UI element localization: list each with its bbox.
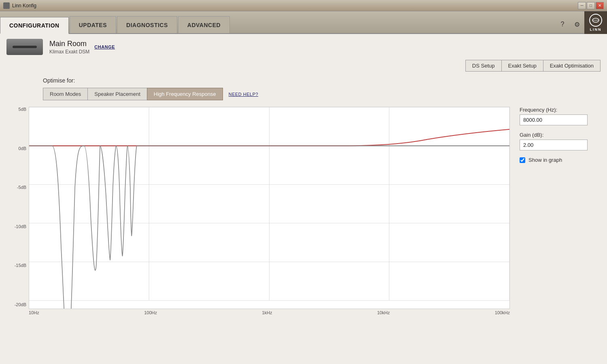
device-header: Main Room Klimax Exakt DSM CHANGE [6, 39, 601, 55]
tab-advanced[interactable]: ADVANCED [178, 16, 230, 33]
show-in-graph-label: Show in graph [528, 157, 562, 163]
help-icon-button[interactable]: ? [557, 19, 568, 30]
frequency-chart[interactable] [29, 107, 510, 309]
show-graph-row: Show in graph [520, 157, 601, 163]
maximize-button[interactable]: □ [587, 2, 595, 9]
close-button[interactable]: ✕ [596, 2, 604, 9]
window-title: Linn Konfig [12, 3, 577, 8]
chart-inner: 10Hz 100Hz 1kHz 10kHz 100kHz [29, 107, 510, 315]
tab-diagnostics[interactable]: DIAGNOSTICS [117, 16, 177, 33]
minimize-button[interactable]: ─ [578, 2, 586, 9]
frequency-label: Frequency (Hz): [520, 107, 601, 113]
change-link[interactable]: CHANGE [94, 44, 115, 49]
app-icon [3, 2, 10, 9]
mode-tabs: Room Modes Speaker Placement High Freque… [43, 88, 601, 100]
mode-tab-room-modes[interactable]: Room Modes [43, 88, 87, 100]
sub-tab-ds-setup[interactable]: DS Setup [465, 60, 502, 72]
sub-nav: DS Setup Exakt Setup Exakt Optimisation [6, 60, 601, 72]
frequency-field-group: Frequency (Hz): [520, 107, 601, 125]
y-label-neg10db: -10dB [15, 224, 26, 229]
mode-tab-high-frequency[interactable]: High Frequency Response [147, 88, 223, 100]
device-model: Klimax Exakt DSM [49, 49, 89, 55]
device-icon [6, 39, 43, 55]
y-label-neg5db: -5dB [17, 185, 26, 190]
y-label-0db: 0dB [18, 146, 26, 151]
device-name: Main Room [49, 40, 89, 48]
mode-tab-speaker-placement[interactable]: Speaker Placement [87, 88, 146, 100]
sub-tab-exakt-optimisation[interactable]: Exakt Optimisation [543, 60, 601, 72]
gain-field-group: Gain (dB): [520, 132, 601, 150]
chart-wrapper: 5dB 0dB -5dB -10dB -15dB -20dB [6, 107, 510, 315]
y-label-5db: 5dB [18, 107, 26, 112]
y-label-neg15db: -15dB [15, 263, 26, 268]
y-axis-labels: 5dB 0dB -5dB -10dB -15dB -20dB [6, 107, 29, 307]
gain-label: Gain (dB): [520, 132, 601, 138]
need-help-link[interactable]: NEED HELP? [229, 92, 258, 97]
linn-text: LINN [590, 28, 602, 32]
x-label-100khz: 100kHz [495, 310, 510, 315]
nav-bar: CONFIGURATION UPDATES DIAGNOSTICS ADVANC… [0, 11, 607, 34]
tab-configuration[interactable]: CONFIGURATION [0, 17, 69, 34]
frequency-input[interactable] [520, 114, 588, 125]
content-area: Main Room Klimax Exakt DSM CHANGE DS Set… [0, 34, 607, 320]
x-label-100hz: 100Hz [144, 310, 157, 315]
right-panel: Frequency (Hz): Gain (dB): Show in graph [520, 107, 601, 315]
y-label-neg20db: -20dB [15, 302, 26, 307]
title-bar: Linn Konfig ─ □ ✕ [0, 0, 607, 11]
x-axis-labels: 10Hz 100Hz 1kHz 10kHz 100kHz [29, 309, 510, 315]
gain-input[interactable] [520, 140, 588, 150]
nav-icon-group: ? ⚙ [557, 19, 583, 30]
show-in-graph-checkbox[interactable] [520, 157, 525, 163]
tab-updates[interactable]: UPDATES [70, 16, 116, 33]
chart-container: 5dB 0dB -5dB -10dB -15dB -20dB [6, 107, 601, 315]
x-label-10khz: 10kHz [377, 310, 390, 315]
x-label-10hz: 10Hz [29, 310, 39, 315]
linn-logo-circle [589, 14, 602, 27]
optimise-label: Optimise for: [43, 77, 601, 84]
settings-icon-button[interactable]: ⚙ [571, 19, 583, 30]
sub-tab-exakt-setup[interactable]: Exakt Setup [502, 60, 543, 72]
linn-logo: LINN [584, 11, 607, 34]
device-info: Main Room Klimax Exakt DSM [49, 40, 89, 55]
x-label-1khz: 1kHz [262, 310, 272, 315]
